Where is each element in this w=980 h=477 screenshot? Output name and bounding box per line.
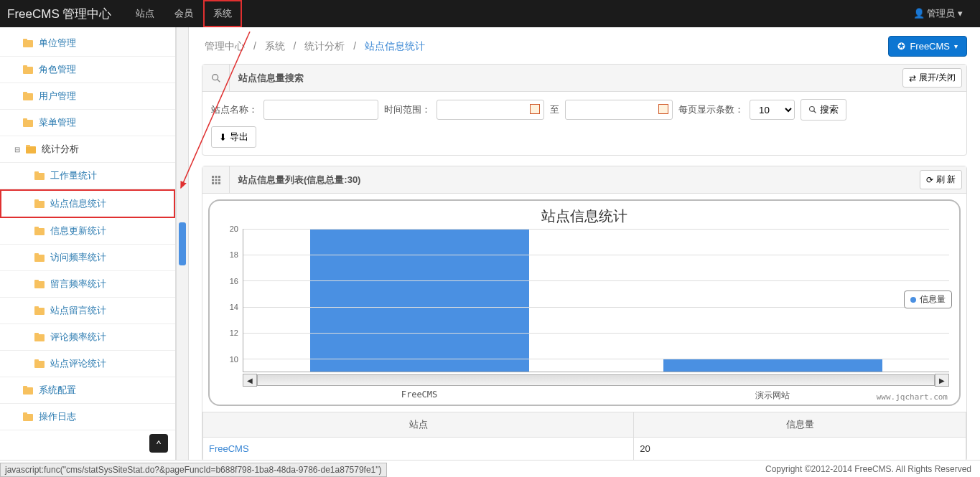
svg-rect-6 bbox=[218, 176, 220, 178]
col-site: 站点 bbox=[203, 412, 634, 438]
calendar-icon[interactable] bbox=[530, 104, 540, 114]
y-tick: 18 bbox=[230, 250, 238, 259]
folder-icon bbox=[34, 199, 46, 208]
bar-slot bbox=[243, 229, 597, 372]
date-from-input[interactable] bbox=[437, 100, 544, 120]
folder-icon bbox=[34, 306, 46, 315]
crumb-home[interactable]: 管理中心 bbox=[205, 40, 245, 52]
expand-icon: ⇄ bbox=[909, 73, 916, 83]
grid-icon bbox=[202, 166, 230, 193]
topnav-items: 站点 会员 系统 bbox=[126, 0, 242, 27]
site-name-input[interactable] bbox=[263, 100, 378, 120]
crumb-stats[interactable]: 统计分析 bbox=[304, 40, 345, 52]
cell-site[interactable]: FreeCMS bbox=[203, 438, 634, 461]
refresh-icon: ⟳ bbox=[926, 175, 933, 185]
sidebar-item-7[interactable]: 信息更新统计 bbox=[0, 218, 175, 245]
folder-icon bbox=[34, 359, 46, 368]
sidebar: 单位管理角色管理用户管理菜单管理⊟统计分析工作量统计站点信息统计信息更新统计访问… bbox=[0, 27, 176, 460]
y-tick: 10 bbox=[230, 355, 238, 364]
refresh-button[interactable]: ⟳ 刷 新 bbox=[920, 170, 962, 189]
sidebar-item-4[interactable]: ⊟统计分析 bbox=[0, 136, 175, 163]
sidebar-item-label: 站点信息统计 bbox=[50, 197, 106, 210]
search-button[interactable]: 搜索 bbox=[801, 99, 846, 121]
sidebar-item-6[interactable]: 站点信息统计 bbox=[0, 189, 175, 218]
date-to-input[interactable] bbox=[565, 100, 673, 120]
freecms-button[interactable]: ✪ FreeCMS ▾ bbox=[888, 36, 967, 57]
sidebar-item-label: 操作日志 bbox=[39, 410, 76, 423]
table-row: FreeCMS20 bbox=[203, 438, 966, 461]
scroll-top-button[interactable]: ^ bbox=[149, 434, 168, 453]
grid-line bbox=[243, 359, 949, 359]
sidebar-item-13[interactable]: 系统配置 bbox=[0, 377, 175, 404]
scroll-right-button[interactable]: ▶ bbox=[935, 374, 949, 387]
svg-rect-7 bbox=[212, 179, 214, 181]
svg-point-2 bbox=[810, 107, 815, 112]
browser-status-bar: javascript:func("cms/statSysSiteStat.do?… bbox=[0, 463, 387, 477]
sidebar-item-label: 访问频率统计 bbox=[50, 251, 106, 264]
sidebar-item-1[interactable]: 角色管理 bbox=[0, 57, 175, 83]
folder-icon bbox=[23, 386, 34, 395]
sidebar-item-8[interactable]: 访问频率统计 bbox=[0, 245, 175, 271]
page-size-select[interactable]: 10 bbox=[750, 100, 795, 120]
grid-line bbox=[243, 229, 949, 230]
sidebar-item-label: 菜单管理 bbox=[39, 116, 76, 129]
bar[interactable] bbox=[310, 229, 529, 372]
table-header-row: 站点 信息量 bbox=[203, 412, 966, 438]
sidebar-item-14[interactable]: 操作日志 bbox=[0, 404, 175, 430]
download-icon: ⬇ bbox=[219, 132, 227, 143]
y-tick: 12 bbox=[230, 329, 238, 337]
sidebar-item-0[interactable]: 单位管理 bbox=[0, 30, 175, 57]
sidebar-item-10[interactable]: 站点留言统计 bbox=[0, 298, 175, 324]
scroll-track[interactable] bbox=[257, 374, 935, 386]
nav-system[interactable]: 系统 bbox=[203, 0, 242, 27]
data-table: 站点 信息量 FreeCMS20 bbox=[202, 412, 966, 460]
sidebar-item-2[interactable]: 用户管理 bbox=[0, 83, 175, 110]
calendar-icon[interactable] bbox=[658, 104, 668, 114]
sidebar-item-12[interactable]: 站点评论统计 bbox=[0, 351, 175, 377]
splitter[interactable] bbox=[176, 27, 189, 460]
sidebar-item-3[interactable]: 菜单管理 bbox=[0, 110, 175, 136]
chart-title: 站点信息统计 bbox=[220, 207, 949, 226]
sidebar-item-label: 角色管理 bbox=[39, 63, 76, 76]
toggle-panel-button[interactable]: ⇄ 展开/关闭 bbox=[902, 68, 962, 88]
svg-rect-10 bbox=[212, 182, 214, 184]
folder-icon bbox=[34, 227, 46, 235]
tree-toggle-icon[interactable]: ⊟ bbox=[14, 146, 23, 154]
y-axis: 101214161820 bbox=[220, 229, 243, 372]
svg-rect-11 bbox=[215, 182, 217, 184]
chart-legend[interactable]: 信息量 bbox=[904, 291, 952, 308]
sidebar-item-label: 站点评论统计 bbox=[50, 357, 106, 370]
sidebar-item-label: 系统配置 bbox=[39, 384, 76, 397]
svg-line-1 bbox=[217, 79, 220, 82]
nav-site[interactable]: 站点 bbox=[126, 0, 164, 27]
crumb-system[interactable]: 系统 bbox=[265, 40, 285, 52]
svg-rect-9 bbox=[218, 179, 220, 181]
sidebar-item-5[interactable]: 工作量统计 bbox=[0, 163, 175, 189]
svg-rect-4 bbox=[212, 176, 214, 178]
folder-icon bbox=[23, 65, 34, 74]
breadcrumb: 管理中心 / 系统 / 统计分析 / 站点信息统计 bbox=[202, 40, 428, 53]
sidebar-item-11[interactable]: 评论频率统计 bbox=[0, 324, 175, 351]
chart-watermark: www.jqchart.com bbox=[877, 392, 948, 402]
folder-icon bbox=[23, 39, 34, 47]
folder-icon bbox=[34, 280, 46, 288]
sidebar-item-label: 单位管理 bbox=[39, 37, 76, 49]
list-panel-title: 站点信息量列表(信息总量:30) bbox=[230, 174, 369, 186]
to-label: 至 bbox=[550, 103, 559, 116]
chart-container: 站点信息统计 101214161820 ◀ ▶ FreeCMS演示网站 信息量 bbox=[208, 199, 961, 406]
page-size-label: 每页显示条数： bbox=[678, 103, 744, 116]
scroll-left-button[interactable]: ◀ bbox=[243, 374, 257, 387]
nav-member[interactable]: 会员 bbox=[164, 0, 203, 27]
sidebar-item-9[interactable]: 留言频率统计 bbox=[0, 271, 175, 298]
bar[interactable] bbox=[663, 359, 882, 372]
user-menu[interactable]: 👤 管理员 ▾ bbox=[903, 0, 973, 27]
x-axis-labels: FreeCMS演示网站 bbox=[243, 387, 949, 402]
search-panel: 站点信息量搜索 ⇄ 展开/关闭 站点名称： 时间范围： 至 bbox=[202, 64, 967, 156]
list-panel: 站点信息量列表(信息总量:30) ⟳ 刷 新 站点信息统计 1012141618… bbox=[202, 166, 967, 460]
export-button[interactable]: ⬇ 导出 bbox=[211, 126, 256, 148]
top-nav: FreeCMS 管理中心 站点 会员 系统 👤 管理员 ▾ bbox=[0, 0, 980, 27]
y-tick: 14 bbox=[230, 303, 238, 311]
svg-point-0 bbox=[212, 74, 218, 80]
legend-label: 信息量 bbox=[920, 293, 946, 306]
splitter-handle[interactable] bbox=[179, 222, 186, 265]
